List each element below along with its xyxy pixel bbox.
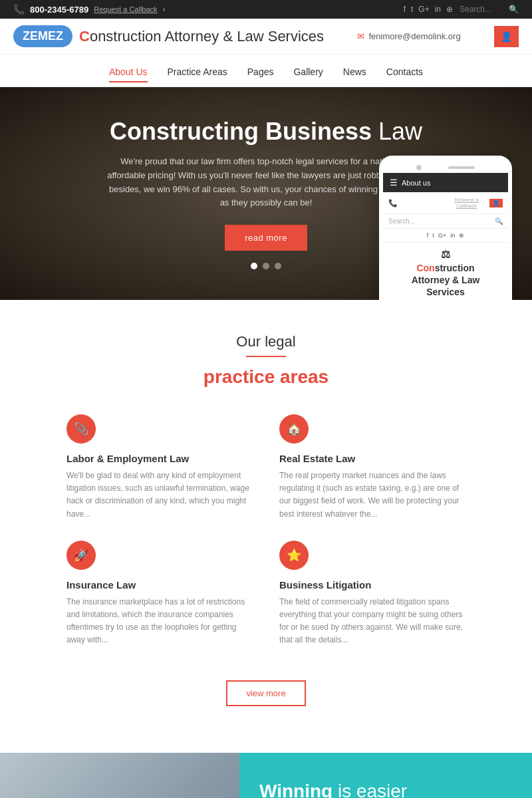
- search-bar-top[interactable]: 🔍: [460, 5, 519, 14]
- phone-menu-bar: ☰ About us: [383, 173, 508, 192]
- hero-cta-button[interactable]: read more: [225, 225, 307, 251]
- header-email[interactable]: fenimore@demolink.org: [368, 31, 460, 41]
- phone-contact-bar: 📞 800-2345-6789 Request a Callback 👤: [383, 192, 508, 214]
- hamburger-icon[interactable]: ☰: [390, 178, 398, 188]
- phone-search-placeholder: Search...: [388, 217, 415, 225]
- phone-phone-group: 📞 800-2345-6789 Request a Callback: [388, 196, 489, 209]
- practice-item-labor: 📎 Labor & Employment Law We'll be glad t…: [66, 414, 253, 521]
- winning-title: Winning is easier than you think...: [259, 779, 512, 799]
- litigation-icon: ⭐: [287, 548, 301, 563]
- realestate-icon-circle: 🏠: [279, 414, 309, 444]
- hero-title: Constructing Business Law: [106, 118, 426, 146]
- nav-practice[interactable]: Practice Areas: [168, 64, 227, 80]
- litigation-title: Business Litigation: [279, 579, 466, 591]
- phone-brand: ⚖ Construction Attorney & Law Services: [383, 243, 508, 300]
- winning-section: Winning is easier than you think... Watc…: [0, 753, 532, 799]
- practice-item-realestate: 🏠 Real Estate Law The real property mark…: [279, 414, 466, 521]
- hero-section: Constructing Business Law We're proud th…: [0, 87, 532, 300]
- phone-inner: ☰ About us 📞 800-2345-6789 Request a Cal…: [383, 173, 508, 300]
- labor-title: Labor & Employment Law: [66, 453, 253, 464]
- search-input-top[interactable]: [460, 5, 506, 14]
- phone-brand-icon: ⚖: [441, 249, 450, 260]
- nav-news[interactable]: News: [343, 64, 366, 80]
- labor-icon-circle: 📎: [66, 414, 96, 444]
- practice-item-insurance: 🚀 Insurance Law The insurance marketplac…: [66, 541, 253, 647]
- phone-phone-icon: 📞: [388, 199, 398, 207]
- practice-section: Our legal practice areas 📎 Labor & Emplo…: [0, 300, 532, 726]
- phone-li-icon[interactable]: in: [450, 232, 455, 239]
- hero-title-normal: Law: [372, 118, 422, 145]
- phone-notch: [383, 160, 508, 173]
- googleplus-icon[interactable]: G+: [418, 5, 429, 14]
- site-title: Construction Attorney & Law Services: [79, 28, 324, 45]
- top-phone-number: 800-2345-6789: [30, 5, 88, 15]
- site-title-c: C: [79, 28, 90, 45]
- social-icons: f t G+ in ⊕: [404, 5, 453, 14]
- phone-mockup-phone: 800-2345-6789: [400, 196, 441, 209]
- header-contact: ✉ fenimore@demolink.org: [357, 31, 460, 41]
- site-header: ZEMEZ Construction Attorney & Law Servic…: [0, 19, 532, 55]
- insurance-icon: 🚀: [74, 548, 88, 563]
- view-more-button[interactable]: view more: [226, 680, 305, 706]
- facebook-icon[interactable]: f: [404, 5, 406, 14]
- insurance-icon-circle: 🚀: [66, 541, 96, 570]
- phone-speaker: [448, 166, 475, 169]
- phone-menu-label: About us: [402, 179, 430, 187]
- pinterest-icon[interactable]: ⊕: [446, 5, 453, 14]
- phone-brand-con: Con: [416, 263, 434, 273]
- linkedin-icon[interactable]: in: [435, 5, 441, 14]
- nav-about[interactable]: About Us: [109, 64, 148, 80]
- insurance-desc: The insurance marketplace has a lot of r…: [66, 596, 253, 647]
- phone-brand-name: Construction: [388, 262, 503, 274]
- phone-callback-link[interactable]: Request a Callback: [444, 197, 489, 209]
- litigation-desc: The field of commercially related litiga…: [279, 596, 466, 647]
- phone-pt-icon[interactable]: ⊕: [459, 232, 464, 239]
- realestate-desc: The real property market nuances and the…: [279, 469, 466, 521]
- practice-title: practice areas: [20, 366, 512, 388]
- phone-social-icons: f t G+ in ⊕: [383, 229, 508, 243]
- hero-title-bold: Constructing Business: [110, 118, 372, 145]
- callback-arrow: ›: [163, 5, 166, 14]
- user-icon-btn[interactable]: 👤: [494, 26, 519, 47]
- labor-icon: 📎: [74, 422, 88, 436]
- hero-dot-3[interactable]: [275, 263, 281, 269]
- winning-image-bg: [0, 753, 239, 799]
- practice-subtitle: Our legal: [20, 333, 512, 350]
- top-bar: 📞 800-2345-6789 Request a Callback › f t…: [0, 0, 532, 19]
- phone-mockup: ☰ About us 📞 800-2345-6789 Request a Cal…: [379, 156, 512, 300]
- litigation-icon-circle: ⭐: [279, 541, 309, 570]
- main-nav: About Us Practice Areas Pages Gallery Ne…: [0, 55, 532, 87]
- phone-fb-icon[interactable]: f: [427, 232, 429, 239]
- nav-pages[interactable]: Pages: [247, 64, 274, 80]
- insurance-title: Insurance Law: [66, 579, 253, 591]
- phone-gp-icon[interactable]: G+: [438, 232, 446, 239]
- logo-badge[interactable]: ZEMEZ: [13, 25, 72, 47]
- top-bar-left: 📞 800-2345-6789 Request a Callback ›: [13, 4, 166, 15]
- top-bar-right: f t G+ in ⊕ 🔍: [404, 5, 519, 14]
- winning-bold: Winning: [259, 781, 332, 799]
- phone-search-bar[interactable]: Search... 🔍: [383, 214, 508, 229]
- people-svg: [0, 753, 239, 799]
- phone-user-icon[interactable]: 👤: [489, 199, 503, 207]
- search-icon-top[interactable]: 🔍: [509, 5, 519, 14]
- hero-dots: [251, 263, 281, 269]
- logo-area: ZEMEZ Construction Attorney & Law Servic…: [13, 25, 324, 47]
- labor-desc: We'll be glad to deal with any kind of e…: [66, 469, 253, 521]
- twitter-icon[interactable]: t: [411, 5, 413, 14]
- hero-dot-2[interactable]: [263, 263, 269, 269]
- hero-dot-1[interactable]: [251, 263, 257, 269]
- nav-gallery[interactable]: Gallery: [293, 64, 323, 80]
- practice-item-litigation: ⭐ Business Litigation The field of comme…: [279, 541, 466, 647]
- divider-line: [246, 356, 286, 357]
- phone-search-icon[interactable]: 🔍: [495, 217, 503, 225]
- phone-camera: [416, 165, 422, 170]
- section-divider: [20, 350, 512, 366]
- email-icon: ✉: [357, 31, 364, 41]
- nav-contacts[interactable]: Contacts: [386, 64, 423, 80]
- winning-content: Winning is easier than you think... Watc…: [239, 753, 532, 799]
- callback-link[interactable]: Request a Callback: [94, 5, 157, 13]
- realestate-icon: 🏠: [287, 422, 301, 436]
- phone-icon: 📞: [13, 4, 25, 15]
- practice-grid: 📎 Labor & Employment Law We'll be glad t…: [66, 414, 466, 647]
- phone-tw-icon[interactable]: t: [432, 232, 434, 239]
